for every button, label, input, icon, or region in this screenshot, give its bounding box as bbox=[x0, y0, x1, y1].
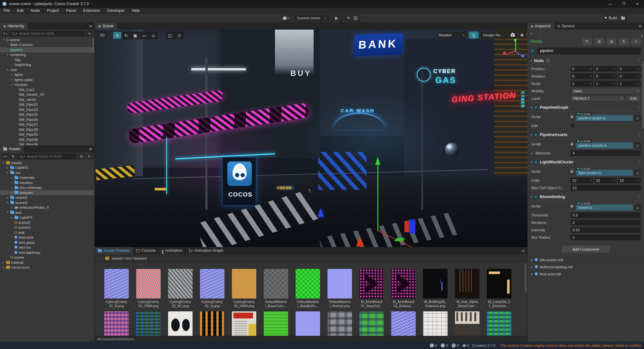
assets-search-input[interactable]: ▾ bbox=[17, 154, 77, 159]
edit-button[interactable]: Edit bbox=[626, 95, 641, 102]
vec3-input-y[interactable]: 0Y bbox=[594, 66, 617, 72]
property-value-field[interactable]: 4 bbox=[571, 150, 641, 156]
hierarchy-item-pipeline[interactable]: pipeline bbox=[0, 47, 94, 52]
script-asset-field[interactable]: bloom.ts bbox=[576, 204, 633, 211]
tree-expand-icon[interactable]: ▸ bbox=[10, 181, 13, 184]
scene-tab[interactable]: ▣Scene bbox=[95, 23, 117, 30]
hierarchy-add-button[interactable]: +▾ bbox=[2, 31, 8, 36]
assets-item-reflectionprobe-0[interactable]: ▸reflectionProbe_0 bbox=[0, 205, 94, 210]
section-header-node[interactable]: ▾Node?⋮ bbox=[527, 57, 644, 65]
asset-thumb-defaultmaterial-normal-png[interactable]: DefaultMaterial_Normal.png bbox=[327, 269, 352, 308]
vec3-input-z[interactable]: 1Z bbox=[618, 81, 641, 87]
prefab-unlink-button[interactable]: ⊘ bbox=[594, 38, 604, 45]
hierarchy-item-sm-pipe23[interactable]: SM_Pipe23 bbox=[0, 107, 94, 112]
node-active-checkbox[interactable]: ✓ bbox=[531, 49, 535, 53]
tree-collapse-icon[interactable]: ▾ bbox=[2, 266, 5, 269]
hierarchy-item-height-fog[interactable]: height-fog bbox=[0, 62, 94, 68]
assets-item-scene2[interactable]: scene2 bbox=[0, 220, 94, 225]
asset-thumb-m-hair-alpha-basecolor[interactable]: M_Hair_Alpha_BaseColor.... bbox=[455, 269, 479, 308]
asset-thumb-cyborgenemy01-n-png[interactable]: CyborgEnemy01_N.png bbox=[104, 269, 129, 308]
node-name-field[interactable]: pipeline bbox=[537, 48, 641, 54]
hierarchy-item-sm-pipe38[interactable]: SM_Pipe38 bbox=[0, 142, 94, 146]
assets-item-test[interactable]: ▾test bbox=[0, 210, 94, 215]
lighting-toggle-button[interactable] bbox=[469, 32, 478, 39]
hierarchy-tab[interactable]: ◈Hierarchy bbox=[0, 23, 27, 30]
tree-expand-icon[interactable]: ▸ bbox=[6, 196, 9, 199]
asset-thumb-row2-9[interactable] bbox=[359, 311, 384, 336]
assets-add-button[interactable]: +▾ bbox=[2, 154, 8, 159]
asset-picker-icon[interactable]: ◲ bbox=[634, 205, 641, 210]
assets-item-sky-cubemap[interactable]: ▸sky-cubemap bbox=[0, 185, 94, 190]
thumbnails-scrollbar[interactable] bbox=[525, 264, 526, 293]
tree-expand-icon[interactable]: ▸ bbox=[6, 166, 9, 169]
snap-icon[interactable]: ◱ bbox=[166, 32, 174, 39]
asset-thumb-row2-2[interactable] bbox=[136, 311, 161, 336]
assets-collapse-button[interactable]: ⊟ bbox=[78, 154, 85, 159]
asset-thumb-row2-11[interactable] bbox=[423, 311, 448, 336]
hierarchy-item-main-camera[interactable]: Main Camera bbox=[0, 42, 94, 48]
back-icon[interactable]: ‹ bbox=[98, 256, 99, 260]
kebab-menu-icon[interactable]: ⋮ bbox=[637, 160, 641, 164]
chevron-right-icon[interactable]: ▸ bbox=[531, 272, 533, 276]
vec3-input-y[interactable]: 12Y bbox=[594, 178, 617, 183]
material-row-deferred-lighting-mtl[interactable]: ▸deferred-lighting.mtl bbox=[527, 263, 644, 270]
asset-thumb-row2-3[interactable] bbox=[168, 311, 193, 336]
hierarchy-scrollbar[interactable] bbox=[93, 38, 94, 53]
tree-collapse-icon[interactable]: ▾ bbox=[10, 83, 13, 86]
rect-tool-icon[interactable]: ▭ bbox=[140, 32, 148, 39]
script-asset-field[interactable]: light-cluster.ts bbox=[576, 170, 633, 176]
tree-expand-icon[interactable]: ▸ bbox=[10, 78, 13, 81]
component-enabled-checkbox[interactable]: ✓ bbox=[534, 106, 538, 109]
hierarchy-item-sm-vent01-24[interactable]: SM_Vent01_24 bbox=[0, 92, 94, 97]
axis-x-handle[interactable] bbox=[503, 51, 506, 54]
gizmo-space-icon[interactable]: ⊔ bbox=[149, 32, 157, 39]
tree-collapse-icon[interactable]: ▾ bbox=[6, 201, 9, 204]
3d-toggle-button[interactable]: 3D bbox=[97, 32, 107, 39]
kebab-menu-icon[interactable]: ⋮ bbox=[637, 105, 641, 110]
assets-item-scene[interactable]: scene bbox=[0, 255, 94, 260]
status-bell[interactable]: 0 bbox=[463, 344, 469, 347]
material-row-blit-screen-mtl[interactable]: ▸blit-screen.mtl bbox=[527, 256, 644, 263]
tree-collapse-icon[interactable]: ▾ bbox=[2, 161, 5, 164]
assets-item-meshes[interactable]: ▸meshes bbox=[0, 180, 94, 185]
gizmo-y-arrow[interactable] bbox=[375, 157, 380, 165]
asset-thumb-row2-4[interactable] bbox=[200, 311, 224, 336]
hierarchy-item-rendering[interactable]: ▾rendering bbox=[0, 52, 94, 58]
tree-collapse-icon[interactable]: ▾ bbox=[6, 68, 9, 71]
tree-expand-icon[interactable]: ▸ bbox=[2, 261, 5, 264]
hierarchy-item-sm-pipe25[interactable]: SM_Pipe25 bbox=[0, 112, 94, 117]
assets-item-test-lightmap[interactable]: test-lightmap bbox=[0, 250, 94, 255]
component-enabled-checkbox[interactable]: ✓ bbox=[534, 160, 538, 164]
assets-item-scene3[interactable]: scene3 bbox=[0, 225, 94, 230]
hierarchy-item-lights-static[interactable]: ▸lights-static bbox=[0, 77, 94, 82]
component-enabled-checkbox[interactable]: ✓ bbox=[534, 195, 538, 199]
tree-expand-icon[interactable]: ▸ bbox=[10, 176, 13, 179]
hierarchy-item-sm-pipe26[interactable]: SM_Pipe26 bbox=[0, 117, 94, 122]
assets-refresh-button[interactable]: ↻ bbox=[86, 154, 92, 159]
menu-extension[interactable]: Extension bbox=[80, 8, 104, 14]
asset-thumb-row2-8[interactable] bbox=[327, 311, 352, 336]
scene-settings-button[interactable]: ☸ bbox=[518, 32, 526, 39]
move-tool-icon[interactable]: ⊕ bbox=[113, 32, 121, 39]
open-build-folder-button[interactable] bbox=[619, 15, 627, 21]
kebab-menu-icon[interactable]: ⋮ bbox=[637, 59, 641, 63]
asset-thumb-row2-12[interactable] bbox=[455, 311, 479, 336]
menu-help[interactable]: Help bbox=[128, 8, 143, 14]
assets-item-test-ins[interactable]: test-ins bbox=[0, 245, 94, 250]
section-header-lightworldcluster[interactable]: ▾✓LightWorldCluster⋮ bbox=[527, 158, 644, 166]
asset-thumb-cyborgenemy02-orm-png[interactable]: CyborgEnemy02_ORM.png bbox=[232, 269, 256, 308]
vec3-input-x[interactable]: 1X bbox=[571, 81, 593, 87]
hierarchy-item-sm-car2[interactable]: SM_Car2 bbox=[0, 87, 94, 92]
asset-thumb-row2-13[interactable] bbox=[487, 311, 511, 336]
menu-developer[interactable]: Developer bbox=[103, 8, 128, 14]
script-asset-field[interactable]: pipeline-graph.ts bbox=[576, 115, 633, 121]
chevron-right-icon[interactable]: ▸ bbox=[531, 152, 534, 155]
asset-thumb-cyborgenemy02-bc-png[interactable]: CyborgEnemy02_BC.png bbox=[168, 269, 193, 308]
assets-tab[interactable]: Assets bbox=[0, 145, 24, 152]
preview-target-button[interactable]: ▾ bbox=[282, 15, 290, 21]
tab-service[interactable]: ⊞Service bbox=[554, 23, 578, 30]
asset-thumb-row2-5[interactable] bbox=[232, 311, 256, 336]
hierarchy-item-scene[interactable]: ▾scene bbox=[0, 37, 94, 42]
rotate-tool-icon[interactable]: ↻ bbox=[122, 32, 130, 39]
hierarchy-item-sm-pipe36[interactable]: SM_Pipe36 bbox=[0, 137, 94, 142]
